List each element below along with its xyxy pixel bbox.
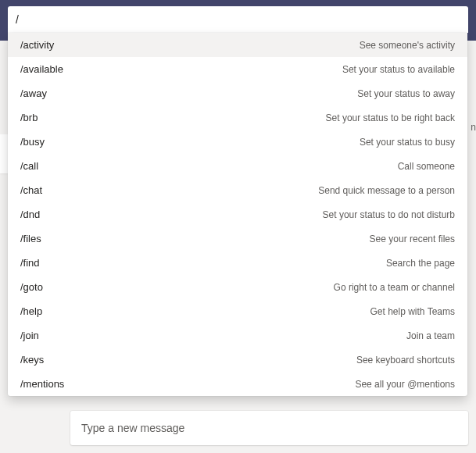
command-name: /files (20, 233, 41, 244)
command-description: Set your status to be right back (326, 112, 455, 123)
command-description: See keyboard shortcuts (356, 355, 455, 366)
command-name: /busy (20, 136, 45, 148)
command-description: See someone's activity (360, 40, 455, 51)
command-name: /dnd (20, 209, 40, 220)
command-name: /find (20, 257, 40, 269)
sidebar-card-fragment (0, 134, 8, 173)
command-suggestion-item[interactable]: /keysSee keyboard shortcuts (8, 348, 467, 372)
command-name: /available (20, 63, 63, 75)
command-name: /activity (20, 39, 54, 51)
command-suggestion-item[interactable]: /dndSet your status to do not disturb (8, 202, 467, 226)
command-name: /keys (20, 354, 44, 366)
command-description: Call someone (398, 161, 455, 172)
command-suggestion-item[interactable]: /brbSet your status to be right back (8, 105, 467, 130)
command-suggestion-item[interactable]: /activitySee someone's activity (8, 33, 467, 57)
command-description: Go right to a team or channel (334, 282, 455, 293)
command-description: See all your @mentions (355, 379, 455, 390)
command-name: /chat (20, 184, 42, 196)
command-name: /brb (20, 112, 38, 123)
command-description: Set your status to away (357, 88, 455, 99)
truncated-background-text: n (471, 122, 476, 133)
command-description: Set your status to available (342, 64, 455, 75)
command-suggestion-item[interactable]: /mentionsSee all your @mentions (8, 372, 467, 396)
command-suggestion-item[interactable]: /awaySet your status to away (8, 81, 467, 105)
command-search-input[interactable] (16, 6, 460, 33)
command-name: /join (20, 330, 39, 341)
command-suggestion-item[interactable]: /filesSee your recent files (8, 226, 467, 251)
command-suggestion-item[interactable]: /joinJoin a team (8, 323, 467, 348)
command-suggestion-item[interactable]: /findSearch the page (8, 251, 467, 275)
command-suggestions-dropdown: /activitySee someone's activity/availabl… (8, 33, 467, 396)
message-compose-box[interactable] (70, 411, 468, 445)
command-description: Get help with Teams (370, 306, 456, 317)
command-name: /help (20, 305, 42, 317)
command-name: /mentions (20, 378, 64, 390)
sidebar-sliver (0, 41, 8, 453)
command-suggestion-item[interactable]: /helpGet help with Teams (8, 299, 467, 323)
command-suggestion-item[interactable]: /availableSet your status to available (8, 57, 467, 81)
command-description: Join a team (406, 330, 455, 341)
command-name: /away (20, 87, 47, 99)
message-compose-input[interactable] (81, 422, 457, 434)
command-name: /call (20, 160, 38, 172)
command-suggestion-item[interactable]: /gotoGo right to a team or channel (8, 275, 467, 299)
command-suggestion-item[interactable]: /chatSend quick message to a person (8, 178, 467, 202)
command-description: See your recent files (370, 234, 455, 244)
command-description: Set your status to do not disturb (323, 209, 455, 220)
command-search-box[interactable] (8, 6, 468, 33)
command-suggestion-item[interactable]: /callCall someone (8, 154, 467, 178)
command-description: Set your status to busy (360, 137, 455, 148)
command-suggestion-item[interactable]: /busySet your status to busy (8, 130, 467, 154)
command-name: /goto (20, 281, 43, 293)
command-description: Search the page (386, 258, 455, 269)
command-description: Send quick message to a person (318, 185, 455, 196)
